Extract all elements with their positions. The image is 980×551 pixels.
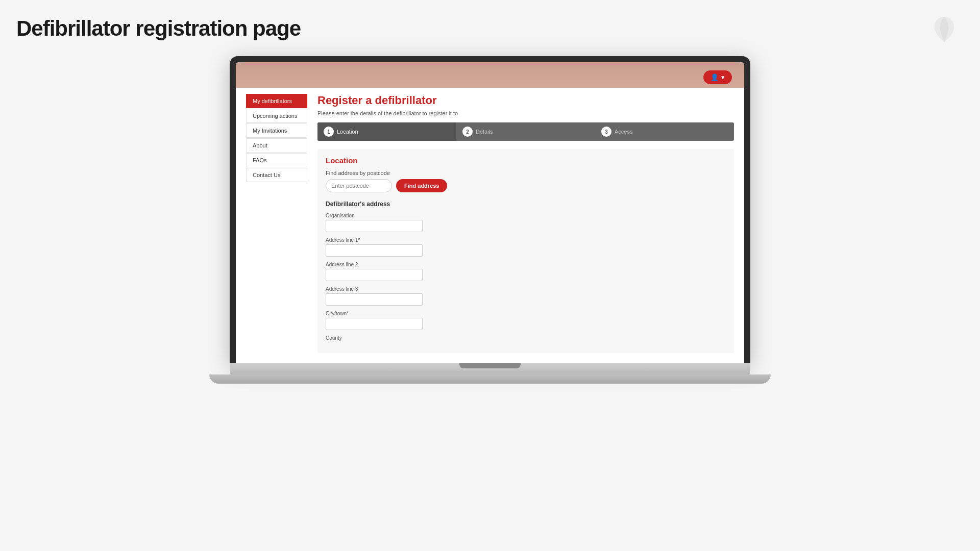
- laptop-bottom: [209, 374, 771, 384]
- sidebar-item-about[interactable]: About: [246, 138, 307, 153]
- sidebar-item-faqs[interactable]: FAQs: [246, 153, 307, 167]
- step-details[interactable]: 2 Details: [456, 122, 595, 141]
- logo-icon: [929, 14, 960, 45]
- field-county: County: [326, 335, 726, 341]
- content-area: My defibrillators Upcoming actions My In…: [236, 88, 744, 363]
- user-icon: 👤: [710, 73, 719, 81]
- field-organisation: Organisation: [326, 213, 726, 232]
- steps-bar: 1 Location 2 Details 3 Access: [317, 122, 734, 141]
- field-address1: Address line 1*: [326, 237, 726, 257]
- laptop-notch: [459, 363, 521, 368]
- sidebar-item-contact-us[interactable]: Contact Us: [246, 168, 307, 182]
- user-button[interactable]: 👤 ▾: [703, 70, 732, 84]
- input-address3[interactable]: [326, 293, 423, 306]
- sidebar: My defibrillators Upcoming actions My In…: [246, 94, 307, 363]
- step-access[interactable]: 3 Access: [595, 122, 734, 141]
- step-location[interactable]: 1 Location: [317, 122, 456, 141]
- input-city[interactable]: [326, 318, 423, 330]
- label-organisation: Organisation: [326, 213, 726, 218]
- sidebar-item-my-invitations[interactable]: My Invitations: [246, 123, 307, 138]
- field-address2: Address line 2: [326, 262, 726, 281]
- address-section-title: Defibrillator's address: [326, 201, 726, 208]
- main-content: Register a defibrillator Please enter th…: [317, 94, 734, 363]
- step-1-number: 1: [324, 127, 334, 137]
- laptop-container: 👤 ▾ My defibrillators Upcoming actions M…: [230, 56, 750, 384]
- step-2-number: 2: [462, 127, 473, 137]
- laptop-screen: 👤 ▾ My defibrillators Upcoming actions M…: [236, 62, 744, 363]
- input-address1[interactable]: [326, 244, 423, 257]
- postcode-row: Find address: [326, 179, 726, 192]
- register-title: Register a defibrillator: [317, 94, 734, 107]
- laptop-base: [230, 363, 750, 374]
- sidebar-item-upcoming-actions[interactable]: Upcoming actions: [246, 109, 307, 123]
- label-city: City/town*: [326, 311, 726, 316]
- step-2-label: Details: [476, 129, 493, 135]
- input-address2[interactable]: [326, 269, 423, 281]
- input-organisation[interactable]: [326, 220, 423, 232]
- label-address1: Address line 1*: [326, 237, 726, 243]
- field-address3: Address line 3: [326, 286, 726, 306]
- hero-image: [236, 62, 744, 88]
- postcode-input[interactable]: [326, 179, 392, 192]
- label-address3: Address line 3: [326, 286, 726, 292]
- sidebar-item-my-defibrillators[interactable]: My defibrillators: [246, 94, 307, 108]
- section-content: Location Find address by postcode Find a…: [317, 149, 734, 353]
- find-address-button[interactable]: Find address: [396, 179, 447, 192]
- register-subtitle: Please enter the details of the defibril…: [317, 110, 734, 116]
- step-3-number: 3: [601, 127, 611, 137]
- user-button-label: ▾: [721, 73, 725, 81]
- page-title: Defibrillator registration page: [16, 16, 301, 41]
- field-city: City/town*: [326, 311, 726, 330]
- find-address-label: Find address by postcode: [326, 170, 726, 176]
- label-county: County: [326, 335, 726, 341]
- label-address2: Address line 2: [326, 262, 726, 267]
- location-section-title: Location: [326, 156, 726, 165]
- laptop-frame: 👤 ▾ My defibrillators Upcoming actions M…: [230, 56, 750, 363]
- step-3-label: Access: [615, 129, 632, 135]
- step-1-label: Location: [337, 129, 358, 135]
